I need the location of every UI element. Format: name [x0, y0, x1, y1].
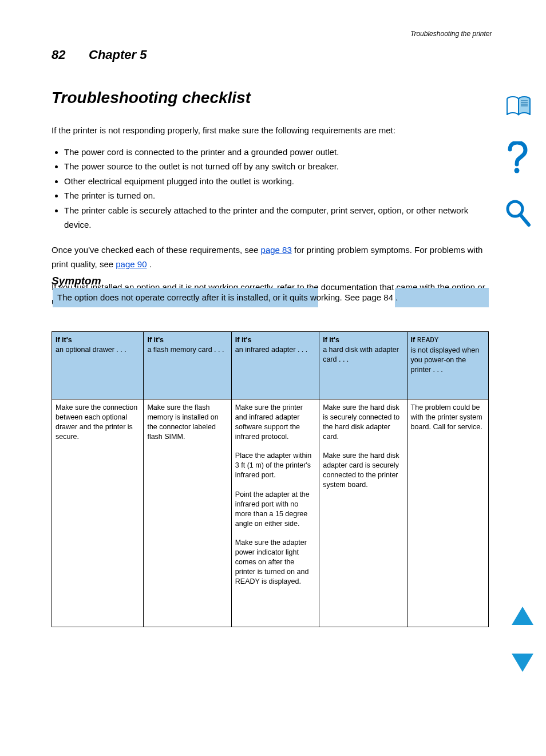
- section-title: Troubleshooting checklist: [52, 89, 251, 107]
- chapter-label: Chapter 5: [89, 48, 147, 62]
- symptom-text: The option does not operate correctly af…: [57, 292, 401, 302]
- cell-drawer: Make sure the connection between each op…: [52, 399, 144, 627]
- col-head-harddisk: If it's a hard disk with adapter card . …: [319, 332, 407, 399]
- intro-text-2c: .: [149, 259, 152, 269]
- intro-text-1: If the printer is not responding properl…: [52, 123, 486, 138]
- cell-flash: Make sure the flash memory is installed …: [144, 399, 231, 627]
- page-up-icon[interactable]: [511, 605, 535, 626]
- intro-bullet: The printer is turned on.: [64, 188, 486, 203]
- cell-harddisk: Make sure the hard disk is securely conn…: [319, 399, 407, 627]
- col-head-infrared: If it's an infrared adapter . . .: [231, 332, 319, 399]
- intro-bullet: Other electrical equipment plugged into …: [64, 174, 486, 189]
- doc-header: Troubleshooting the printer: [410, 30, 492, 38]
- link-page-90[interactable]: page 90: [116, 259, 147, 269]
- cell-infrared: Make sure the printer and infrared adapt…: [231, 399, 319, 627]
- page-down-icon[interactable]: [511, 652, 535, 673]
- intro-text-2a: Once you've checked each of these requir…: [52, 245, 261, 255]
- intro-bullet: The printer cable is securely attached t…: [64, 203, 486, 232]
- symptom-bar-right: [395, 288, 489, 307]
- cell-ready: The problem could be with the printer sy…: [407, 399, 488, 627]
- col-head-ready: If READY is not displayed when you power…: [407, 332, 488, 399]
- search-icon[interactable]: [505, 199, 537, 228]
- help-icon[interactable]: [505, 141, 537, 175]
- intro-bullet: The power cord is connected to the print…: [64, 145, 486, 160]
- troubleshoot-table: If it's an optional drawer . . . If it's…: [52, 331, 489, 627]
- svg-line-6: [520, 215, 529, 225]
- intro-bullet: The power source to the outlet is not tu…: [64, 159, 486, 174]
- svg-marker-8: [512, 654, 533, 672]
- book-icon[interactable]: [505, 96, 537, 117]
- svg-point-4: [515, 168, 520, 173]
- col-head-flash: If it's a flash memory card . . .: [144, 332, 231, 399]
- svg-marker-7: [512, 607, 533, 625]
- symptom-label: Symptom: [52, 275, 101, 287]
- link-page-83[interactable]: page 83: [261, 245, 292, 255]
- page-number: 82: [52, 48, 65, 62]
- link-page-84[interactable]: page 84: [362, 292, 393, 302]
- intro-block: If the printer is not responding properl…: [52, 123, 486, 309]
- col-head-drawer: If it's an optional drawer . . .: [52, 332, 144, 399]
